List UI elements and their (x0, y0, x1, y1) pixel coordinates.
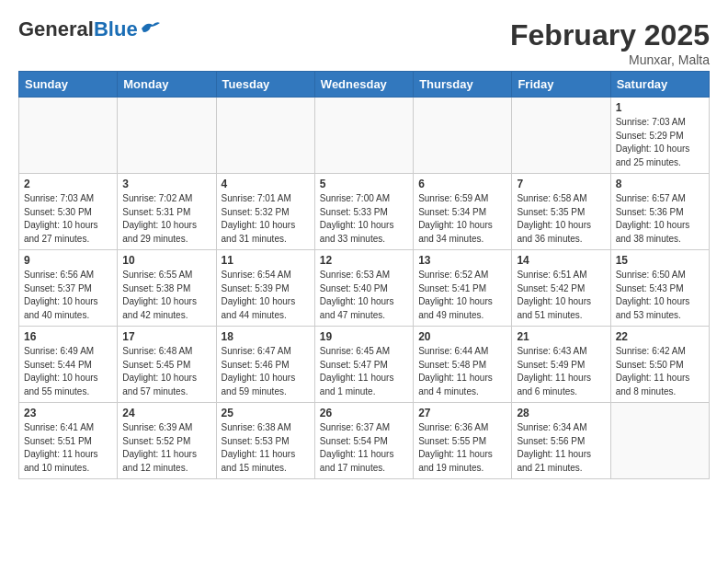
day-cell: 28Sunrise: 6:34 AM Sunset: 5:56 PM Dayli… (512, 403, 610, 479)
month-title: February 2025 (510, 18, 710, 52)
day-cell (314, 98, 413, 174)
day-info: Sunrise: 6:59 AM Sunset: 5:34 PM Dayligh… (418, 192, 506, 246)
day-info: Sunrise: 6:44 AM Sunset: 5:48 PM Dayligh… (418, 345, 506, 398)
day-number: 1 (616, 101, 704, 114)
day-cell: 1Sunrise: 7:03 AM Sunset: 5:29 PM Daylig… (610, 98, 709, 174)
day-cell: 27Sunrise: 6:36 AM Sunset: 5:55 PM Dayli… (414, 403, 512, 479)
day-cell: 11Sunrise: 6:54 AM Sunset: 5:39 PM Dayli… (216, 250, 314, 327)
day-number: 28 (517, 407, 605, 419)
day-info: Sunrise: 6:42 AM Sunset: 5:50 PM Dayligh… (616, 345, 704, 398)
day-number: 6 (418, 178, 506, 190)
week-row-2: 2Sunrise: 7:03 AM Sunset: 5:30 PM Daylig… (19, 174, 710, 250)
day-number: 22 (616, 330, 704, 343)
day-cell: 24Sunrise: 6:39 AM Sunset: 5:52 PM Dayli… (118, 403, 216, 479)
day-cell: 4Sunrise: 7:01 AM Sunset: 5:32 PM Daylig… (216, 174, 314, 250)
day-info: Sunrise: 6:54 AM Sunset: 5:39 PM Dayligh… (222, 269, 310, 322)
day-info: Sunrise: 6:37 AM Sunset: 5:54 PM Dayligh… (320, 421, 408, 475)
day-number: 18 (222, 330, 310, 343)
day-cell: 19Sunrise: 6:45 AM Sunset: 5:47 PM Dayli… (314, 327, 413, 403)
day-cell (118, 98, 216, 174)
day-number: 16 (24, 330, 112, 343)
day-info: Sunrise: 6:50 AM Sunset: 5:43 PM Dayligh… (616, 269, 704, 322)
logo-general: General (18, 17, 94, 40)
day-cell: 13Sunrise: 6:52 AM Sunset: 5:41 PM Dayli… (414, 250, 512, 327)
weekday-header-row: SundayMondayTuesdayWednesdayThursdayFrid… (19, 72, 710, 98)
page-header: GeneralBlue February 2025 Munxar, Malta (18, 18, 710, 67)
week-row-1: 1Sunrise: 7:03 AM Sunset: 5:29 PM Daylig… (19, 98, 710, 174)
day-number: 24 (122, 407, 210, 419)
day-cell (19, 98, 118, 174)
day-number: 15 (616, 254, 704, 267)
day-cell: 8Sunrise: 6:57 AM Sunset: 5:36 PM Daylig… (610, 174, 709, 250)
day-number: 4 (222, 178, 310, 190)
day-number: 19 (320, 330, 408, 343)
day-cell: 20Sunrise: 6:44 AM Sunset: 5:48 PM Dayli… (414, 327, 512, 403)
day-cell: 3Sunrise: 7:02 AM Sunset: 5:31 PM Daylig… (118, 174, 216, 250)
day-number: 27 (418, 407, 506, 419)
day-cell: 26Sunrise: 6:37 AM Sunset: 5:54 PM Dayli… (314, 403, 413, 479)
day-number: 17 (122, 330, 210, 343)
weekday-header-saturday: Saturday (610, 72, 709, 98)
day-info: Sunrise: 6:55 AM Sunset: 5:38 PM Dayligh… (122, 269, 210, 322)
day-number: 8 (616, 178, 704, 190)
day-cell: 16Sunrise: 6:49 AM Sunset: 5:44 PM Dayli… (19, 327, 118, 403)
day-cell: 14Sunrise: 6:51 AM Sunset: 5:42 PM Dayli… (512, 250, 610, 327)
week-row-3: 9Sunrise: 6:56 AM Sunset: 5:37 PM Daylig… (19, 250, 710, 327)
weekday-header-sunday: Sunday (19, 72, 118, 98)
day-cell: 7Sunrise: 6:58 AM Sunset: 5:35 PM Daylig… (512, 174, 610, 250)
day-number: 11 (222, 254, 310, 267)
day-info: Sunrise: 7:02 AM Sunset: 5:31 PM Dayligh… (122, 192, 210, 246)
day-cell: 2Sunrise: 7:03 AM Sunset: 5:30 PM Daylig… (19, 174, 118, 250)
location-subtitle: Munxar, Malta (510, 52, 710, 67)
day-info: Sunrise: 6:41 AM Sunset: 5:51 PM Dayligh… (24, 421, 112, 475)
day-cell: 25Sunrise: 6:38 AM Sunset: 5:53 PM Dayli… (216, 403, 314, 479)
weekday-header-wednesday: Wednesday (314, 72, 413, 98)
day-cell: 18Sunrise: 6:47 AM Sunset: 5:46 PM Dayli… (216, 327, 314, 403)
day-cell: 5Sunrise: 7:00 AM Sunset: 5:33 PM Daylig… (314, 174, 413, 250)
day-number: 10 (122, 254, 210, 267)
day-cell: 23Sunrise: 6:41 AM Sunset: 5:51 PM Dayli… (19, 403, 118, 479)
day-cell (512, 98, 610, 174)
day-info: Sunrise: 7:01 AM Sunset: 5:32 PM Dayligh… (222, 192, 310, 246)
day-cell: 15Sunrise: 6:50 AM Sunset: 5:43 PM Dayli… (610, 250, 709, 327)
day-number: 2 (24, 178, 112, 190)
day-info: Sunrise: 6:49 AM Sunset: 5:44 PM Dayligh… (24, 345, 112, 398)
day-cell: 10Sunrise: 6:55 AM Sunset: 5:38 PM Dayli… (118, 250, 216, 327)
day-number: 3 (122, 178, 210, 190)
day-number: 23 (24, 407, 112, 419)
day-info: Sunrise: 6:58 AM Sunset: 5:35 PM Dayligh… (517, 192, 605, 246)
day-info: Sunrise: 6:38 AM Sunset: 5:53 PM Dayligh… (222, 421, 310, 475)
weekday-header-monday: Monday (118, 72, 216, 98)
day-info: Sunrise: 6:52 AM Sunset: 5:41 PM Dayligh… (418, 269, 506, 322)
day-number: 14 (517, 254, 605, 267)
day-number: 20 (418, 330, 506, 343)
day-cell (216, 98, 314, 174)
day-cell: 9Sunrise: 6:56 AM Sunset: 5:37 PM Daylig… (19, 250, 118, 327)
day-info: Sunrise: 6:51 AM Sunset: 5:42 PM Dayligh… (517, 269, 605, 322)
day-cell: 21Sunrise: 6:43 AM Sunset: 5:49 PM Dayli… (512, 327, 610, 403)
week-row-4: 16Sunrise: 6:49 AM Sunset: 5:44 PM Dayli… (19, 327, 710, 403)
day-number: 9 (24, 254, 112, 267)
day-info: Sunrise: 6:45 AM Sunset: 5:47 PM Dayligh… (320, 345, 408, 398)
day-number: 26 (320, 407, 408, 419)
calendar-table: SundayMondayTuesdayWednesdayThursdayFrid… (18, 71, 710, 479)
day-info: Sunrise: 7:03 AM Sunset: 5:30 PM Dayligh… (24, 192, 112, 246)
day-cell: 12Sunrise: 6:53 AM Sunset: 5:40 PM Dayli… (314, 250, 413, 327)
logo-text: GeneralBlue (18, 18, 138, 40)
day-number: 5 (320, 178, 408, 190)
week-row-5: 23Sunrise: 6:41 AM Sunset: 5:51 PM Dayli… (19, 403, 710, 479)
day-info: Sunrise: 7:03 AM Sunset: 5:29 PM Dayligh… (616, 116, 704, 169)
day-info: Sunrise: 6:34 AM Sunset: 5:56 PM Dayligh… (517, 421, 605, 475)
logo-bird-icon (140, 19, 160, 36)
day-info: Sunrise: 6:39 AM Sunset: 5:52 PM Dayligh… (122, 421, 210, 475)
day-info: Sunrise: 6:57 AM Sunset: 5:36 PM Dayligh… (616, 192, 704, 246)
day-number: 13 (418, 254, 506, 267)
day-number: 7 (517, 178, 605, 190)
weekday-header-tuesday: Tuesday (216, 72, 314, 98)
logo: GeneralBlue (18, 18, 160, 40)
day-info: Sunrise: 6:43 AM Sunset: 5:49 PM Dayligh… (517, 345, 605, 398)
day-cell: 6Sunrise: 6:59 AM Sunset: 5:34 PM Daylig… (414, 174, 512, 250)
day-cell (610, 403, 709, 479)
day-info: Sunrise: 6:53 AM Sunset: 5:40 PM Dayligh… (320, 269, 408, 322)
weekday-header-thursday: Thursday (414, 72, 512, 98)
